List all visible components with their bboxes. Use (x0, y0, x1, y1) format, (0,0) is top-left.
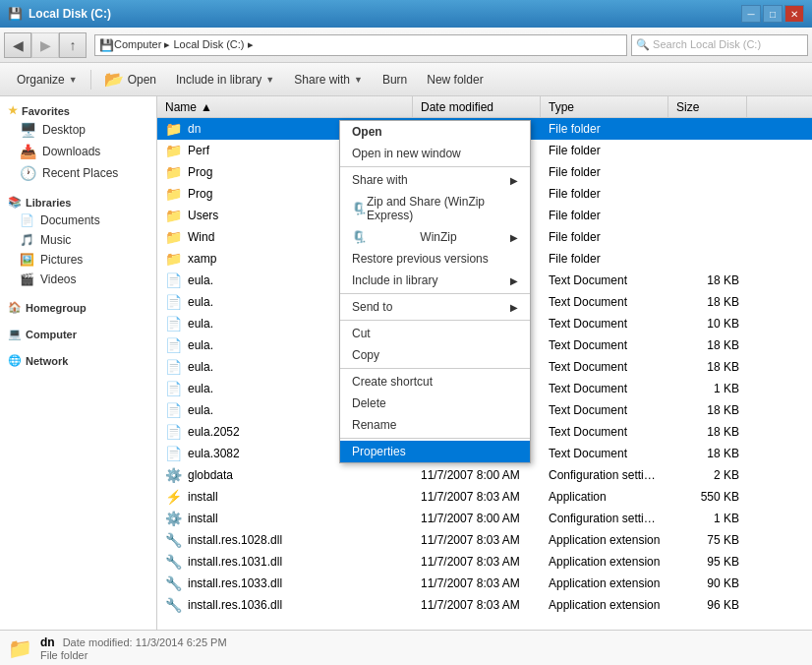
doc-icon: 📄 (165, 272, 182, 288)
file-name: install.res.1036.dll (188, 598, 282, 612)
file-type: Text Document (541, 295, 668, 309)
context-menu-item[interactable]: Open (340, 121, 530, 143)
share-with-button[interactable]: Share with ▼ (285, 67, 372, 92)
context-menu-item[interactable]: Properties (340, 441, 530, 462)
context-menu-item[interactable]: Send to▶ (340, 296, 530, 318)
doc-icon: 📄 (165, 424, 182, 440)
context-menu-item[interactable]: Include in library▶ (340, 270, 530, 291)
file-type: Text Document (541, 382, 668, 395)
settings-icon: ⚙️ (165, 467, 182, 483)
context-menu-item[interactable]: Share with▶ (340, 169, 530, 191)
minimize-button[interactable]: ─ (741, 5, 761, 23)
table-row[interactable]: 🔧install.res.1031.dll 11/7/2007 8:03 AM … (157, 551, 812, 573)
file-name: xamp (188, 252, 216, 266)
context-menu-separator (340, 368, 530, 369)
table-row[interactable]: 🔧install.res.1036.dll 11/7/2007 8:03 AM … (157, 594, 812, 616)
favorites-section: ★ Favorites 🖥️ Desktop 📥 Downloads 🕐 Rec… (0, 100, 156, 184)
file-date: 11/7/2007 8:00 AM (413, 468, 541, 482)
include-library-button[interactable]: Include in library ▼ (167, 67, 283, 92)
computer-header[interactable]: 💻 Computer (0, 324, 156, 342)
table-row[interactable]: ⚙️globdata 11/7/2007 8:00 AM Configurati… (157, 464, 812, 486)
table-row[interactable]: 🔧install.res.1033.dll 11/7/2007 8:03 AM … (157, 573, 812, 594)
new-folder-button[interactable]: New folder (418, 67, 492, 92)
col-header-name[interactable]: Name ▲ (157, 96, 413, 117)
homegroup-icon: 🏠 (8, 301, 22, 314)
file-size: 18 KB (668, 273, 747, 287)
file-name: globdata (188, 468, 233, 482)
folder-icon: 📁 (165, 186, 182, 202)
context-menu-separator (340, 293, 530, 294)
burn-button[interactable]: Burn (374, 67, 416, 92)
file-name: eula. (188, 382, 213, 395)
share-with-arrow: ▼ (354, 75, 363, 85)
file-size: 550 KB (668, 490, 747, 504)
file-name: dn (188, 122, 201, 136)
context-menu-item[interactable]: Open in new window (340, 143, 530, 164)
close-button[interactable]: ✕ (784, 5, 804, 23)
context-menu-item[interactable]: Create shortcut (340, 371, 530, 393)
file-name: eula. (188, 338, 213, 352)
back-button[interactable]: ◀ (4, 32, 31, 58)
file-type: Text Document (541, 317, 668, 331)
context-menu: OpenOpen in new windowShare with▶🗜️Zip a… (339, 120, 531, 463)
status-file-type: File folder (40, 649, 227, 661)
status-file-icon: 📁 (8, 636, 32, 660)
col-header-date[interactable]: Date modified (413, 96, 541, 117)
table-row[interactable]: ⚡install 11/7/2007 8:03 AM Application 5… (157, 486, 812, 508)
ctx-item-icon: 🗜️ (352, 202, 367, 215)
ctx-item-label: Create shortcut (352, 375, 433, 389)
table-row[interactable]: 🔧install.res.1028.dll 11/7/2007 8:03 AM … (157, 529, 812, 551)
context-menu-item[interactable]: Cut (340, 323, 530, 344)
file-name: eula. (188, 360, 213, 374)
file-name: eula. (188, 403, 213, 417)
sidebar-item-videos[interactable]: 🎬 Videos (0, 270, 156, 289)
file-type: Text Document (541, 447, 668, 460)
context-menu-item[interactable]: 🗜️Zip and Share (WinZip Express) (340, 191, 530, 226)
maximize-button[interactable]: □ (763, 5, 783, 23)
address-bar[interactable]: 💾 Computer ▸ Local Disk (C:) ▸ (94, 34, 627, 56)
col-header-type[interactable]: Type (541, 96, 668, 117)
open-button[interactable]: 📂 Open (95, 67, 165, 92)
star-icon: ★ (8, 104, 18, 117)
sidebar: ★ Favorites 🖥️ Desktop 📥 Downloads 🕐 Rec… (0, 96, 157, 630)
file-size: 75 KB (668, 533, 747, 547)
toolbar-separator-1 (90, 70, 91, 90)
network-header[interactable]: 🌐 Network (0, 350, 156, 369)
file-name: eula. (188, 295, 213, 309)
ctx-item-label: Send to (352, 300, 392, 314)
forward-button[interactable]: ▶ (31, 32, 59, 58)
file-name: install.res.1031.dll (188, 555, 282, 569)
sidebar-item-recent[interactable]: 🕐 Recent Places (0, 162, 156, 184)
context-menu-item[interactable]: Rename (340, 414, 530, 436)
file-size: 18 KB (668, 338, 747, 352)
organize-button[interactable]: Organize ▼ (8, 67, 87, 92)
libraries-header[interactable]: 📚 Libraries (0, 192, 156, 211)
context-menu-item[interactable]: Delete (340, 393, 530, 414)
search-bar[interactable]: 🔍 Search Local Disk (C:) (631, 34, 808, 56)
documents-icon: 📄 (20, 213, 34, 227)
context-menu-item[interactable]: Copy (340, 344, 530, 366)
file-name: install (188, 512, 218, 525)
up-button[interactable]: ↑ (59, 32, 87, 58)
recent-icon: 🕐 (20, 165, 36, 181)
context-menu-separator (340, 438, 530, 439)
sidebar-item-desktop[interactable]: 🖥️ Desktop (0, 119, 156, 141)
file-type: Application (541, 490, 668, 504)
file-date: 11/7/2007 8:00 AM (413, 512, 541, 525)
sidebar-item-documents[interactable]: 📄 Documents (0, 211, 156, 230)
col-header-size[interactable]: Size (668, 96, 747, 117)
favorites-header[interactable]: ★ Favorites (0, 100, 156, 119)
homegroup-header[interactable]: 🏠 Homegroup (0, 297, 156, 316)
file-name: install.res.1028.dll (188, 533, 282, 547)
context-menu-item[interactable]: Restore previous versions (340, 248, 530, 270)
window-controls: ─ □ ✕ (741, 5, 804, 23)
sidebar-item-downloads[interactable]: 📥 Downloads (0, 141, 156, 162)
file-name: eula.2052 (188, 425, 240, 439)
file-size: 96 KB (668, 598, 747, 612)
table-row[interactable]: ⚙️install 11/7/2007 8:00 AM Configuratio… (157, 508, 812, 529)
file-type: File folder (541, 187, 668, 201)
ctx-item-label: Properties (352, 445, 406, 458)
sidebar-item-pictures[interactable]: 🖼️ Pictures (0, 250, 156, 270)
context-menu-item[interactable]: 🗜️WinZip▶ (340, 226, 530, 248)
sidebar-item-music[interactable]: 🎵 Music (0, 230, 156, 250)
